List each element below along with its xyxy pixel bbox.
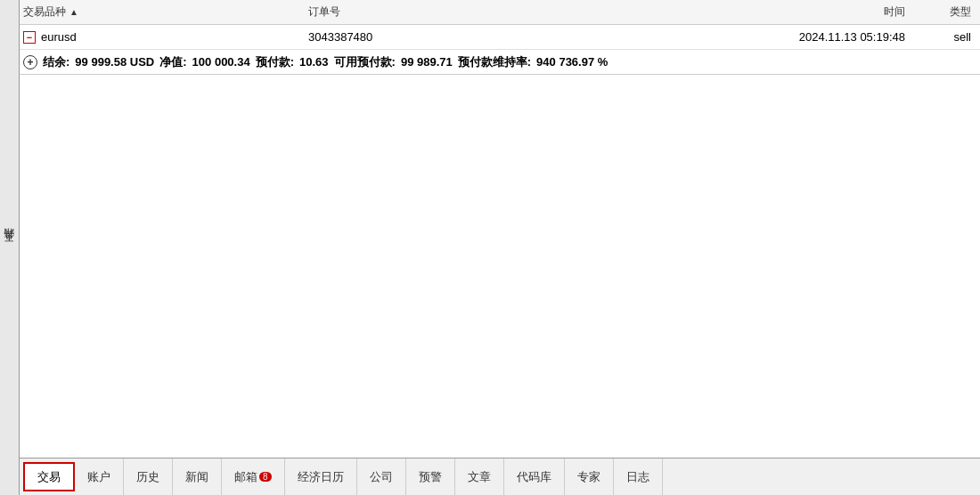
symbol-value: eurusd — [41, 30, 77, 44]
summary-bar: + 结余: 99 999.58 USD 净值: 100 000.34 预付款: … — [20, 50, 980, 75]
tab-expert-label: 专家 — [577, 469, 600, 485]
net-label: 净值: — [159, 54, 186, 70]
table-header: 交易品种 ▲ 订单号 时间 类型 — [20, 0, 980, 25]
tab-account-label: 账户 — [87, 469, 110, 485]
content-area — [20, 75, 980, 458]
tab-codelib-label: 代码库 — [517, 469, 551, 485]
tab-calendar[interactable]: 经济日历 — [285, 458, 357, 495]
tab-log-label: 日志 — [626, 469, 649, 485]
tab-trade-label: 交易 — [37, 469, 61, 485]
prepay-value: 10.63 — [299, 55, 329, 69]
tab-calendar-label: 经济日历 — [298, 469, 344, 485]
prepay-label: 预付款: — [256, 54, 294, 70]
tab-codelib[interactable]: 代码库 — [504, 458, 565, 495]
tab-article[interactable]: 文章 — [455, 458, 504, 495]
tab-account[interactable]: 账户 — [75, 458, 124, 495]
tab-company-label: 公司 — [370, 469, 393, 485]
col-header-order: 订单号 — [308, 4, 727, 20]
net-value: 100 000.34 — [192, 55, 250, 69]
tab-mailbox-label: 邮箱 — [234, 469, 257, 485]
available-label: 可用预付款: — [334, 54, 396, 70]
row-time: 2024.11.13 05:19:48 — [727, 30, 905, 44]
available-value: 99 989.71 — [401, 55, 453, 69]
main-content: 交易品种 ▲ 订单号 时间 类型 − eurusd 3043387480 202… — [20, 0, 980, 495]
tab-news-label: 新闻 — [185, 469, 208, 485]
table-row[interactable]: − eurusd 3043387480 2024.11.13 05:19:48 … — [20, 25, 980, 50]
row-symbol: − eurusd — [23, 30, 308, 44]
col-header-symbol: 交易品种 ▲ — [23, 4, 308, 20]
sidebar: 工具箱 — [0, 0, 20, 495]
maintain-label: 预付款维持率: — [458, 54, 531, 70]
minus-box-icon[interactable]: − — [23, 31, 36, 44]
row-order: 3043387480 — [308, 30, 727, 44]
sidebar-label: 工具箱 — [2, 245, 17, 250]
sort-arrow-icon: ▲ — [69, 7, 78, 17]
plus-circle-icon[interactable]: + — [23, 55, 37, 69]
tab-alert[interactable]: 预警 — [406, 458, 455, 495]
balance-label: 结余: — [43, 54, 69, 70]
row-type: sell — [905, 30, 976, 44]
col-header-type: 类型 — [905, 4, 976, 20]
symbol-header-text: 交易品种 — [23, 4, 66, 20]
tab-bar: 交易 账户 历史 新闻 邮箱 8 经济日历 公司 预警 文章 代码库 — [20, 458, 980, 495]
tab-company[interactable]: 公司 — [357, 458, 406, 495]
mailbox-badge: 8 — [259, 472, 272, 482]
tab-trade[interactable]: 交易 — [23, 462, 75, 491]
maintain-value: 940 736.97 % — [536, 55, 608, 69]
tab-article-label: 文章 — [468, 469, 491, 485]
tab-log[interactable]: 日志 — [614, 458, 663, 495]
tab-history-label: 历史 — [136, 469, 159, 485]
tab-mailbox[interactable]: 邮箱 8 — [222, 458, 285, 495]
tab-history[interactable]: 历史 — [124, 458, 173, 495]
tab-news[interactable]: 新闻 — [173, 458, 222, 495]
balance-value: 99 999.58 USD — [75, 55, 154, 69]
tab-expert[interactable]: 专家 — [565, 458, 614, 495]
tab-alert-label: 预警 — [419, 469, 442, 485]
col-header-time: 时间 — [727, 4, 905, 20]
